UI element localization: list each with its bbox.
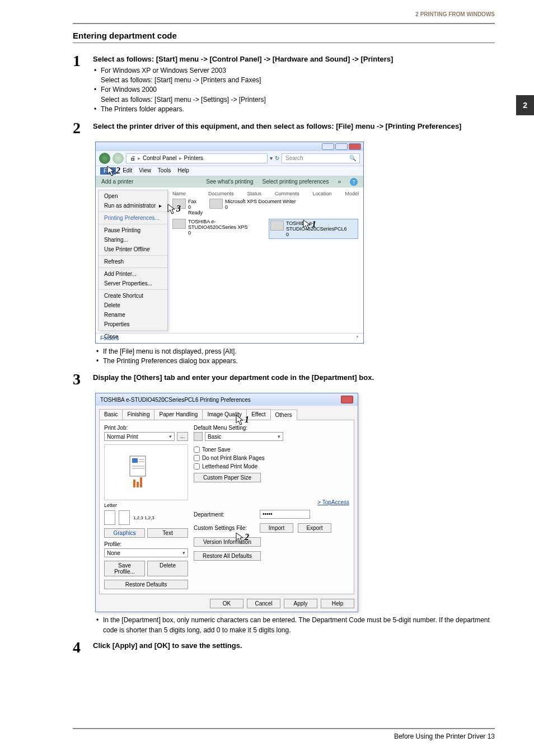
chevron-up-icon[interactable]: ˄ <box>356 335 359 341</box>
blank-pages-checkbox[interactable]: Do not Print Blank Pages <box>194 455 349 461</box>
restore-defaults-button[interactable]: Restore Defaults <box>104 580 188 589</box>
printer-status: Ready <box>188 210 203 215</box>
left-column: Print Job: Normal Print ... <box>104 425 188 589</box>
cancel-button[interactable]: Cancel <box>247 599 280 608</box>
default-menu-label: Default Menu Setting: <box>194 425 349 431</box>
save-profile-button[interactable]: Save Profile... <box>104 561 145 576</box>
tab-finishing[interactable]: Finishing <box>122 409 154 420</box>
annotation-cursor-2: 2 <box>107 166 120 177</box>
col-documents[interactable]: Documents <box>208 191 234 196</box>
printing-preferences-dialog: TOSHIBA e-STUDIO4520CSeriesPCL6 Printing… <box>95 393 358 612</box>
breadcrumb[interactable]: 🖨 ▸ Control Panel ▸ Printers <box>126 153 268 163</box>
ok-button[interactable]: OK <box>210 599 243 608</box>
menu-edit[interactable]: Edit <box>123 167 132 175</box>
top-divider <box>73 23 495 24</box>
list-item: For Windows XP or Windows Server 2003 <box>93 66 495 76</box>
col-model[interactable]: Model <box>345 191 359 196</box>
tab-effect[interactable]: Effect <box>246 409 270 420</box>
dialog-content: Print Job: Normal Print ... <box>99 420 354 594</box>
step-3: 3 Display the [Others] tab and enter you… <box>73 372 495 387</box>
step-number: 3 <box>73 372 93 387</box>
default-menu-select[interactable]: Basic <box>205 432 283 441</box>
menu-help[interactable]: Help <box>177 167 189 175</box>
help-button[interactable]: Help <box>321 599 354 608</box>
close-button[interactable] <box>349 143 361 150</box>
export-button[interactable]: Export <box>298 523 331 533</box>
printer-name: Microsoft XPS Document Writer <box>225 199 296 204</box>
svg-rect-1 <box>132 458 138 463</box>
print-job-more-button[interactable]: ... <box>177 432 188 441</box>
mi-sharing[interactable]: Sharing... <box>99 235 167 245</box>
col-location[interactable]: Location <box>312 191 331 196</box>
mi-open[interactable]: Open <box>99 191 167 201</box>
toolbar-add-printer[interactable]: Add a printer <box>101 179 133 185</box>
version-info-button[interactable]: Version Information <box>194 537 261 547</box>
breadcrumb-item[interactable]: Control Panel <box>143 155 177 161</box>
page-thumb <box>104 510 115 525</box>
right-column: Default Menu Setting: Basic Toner Save D… <box>194 425 349 589</box>
menu-tools[interactable]: Tools <box>158 167 171 175</box>
paper-thumb-row: Letter <box>104 503 188 508</box>
printer-docs: 0 <box>188 230 262 236</box>
mi-run-as[interactable]: Run as administrator▸ <box>99 201 167 210</box>
printer-icon <box>209 199 223 209</box>
toolbar-more[interactable]: » <box>338 179 341 185</box>
mi-offline[interactable]: Use Printer Offline <box>99 245 167 254</box>
svg-rect-6 <box>133 480 135 487</box>
folders-toggle[interactable]: Folders <box>100 335 119 341</box>
mi-properties[interactable]: Properties <box>99 320 167 329</box>
refresh-icon[interactable]: ↻ <box>275 155 279 161</box>
col-status[interactable]: Status <box>247 191 261 196</box>
mi-shortcut[interactable]: Create Shortcut <box>99 291 167 300</box>
delete-profile-button[interactable]: Delete <box>147 561 188 576</box>
custom-paper-size-button[interactable]: Custom Paper Size <box>194 473 261 482</box>
import-button[interactable]: Import <box>260 523 293 533</box>
menu-view[interactable]: View <box>139 167 151 175</box>
tab-others[interactable]: Others <box>270 410 297 420</box>
dialog-footer: OK Cancel Apply Help <box>99 594 354 608</box>
apply-button[interactable]: Apply <box>284 599 317 608</box>
mi-rename[interactable]: Rename <box>99 310 167 320</box>
maximize-button[interactable] <box>335 143 348 150</box>
search-input[interactable]: Search 🔍 <box>282 153 360 163</box>
print-job-select[interactable]: Normal Print <box>104 432 175 441</box>
breadcrumb-item[interactable]: Printers <box>184 155 203 161</box>
printer-name: TOSHIBA e-STUDIO4520CSeries XPS <box>188 219 262 230</box>
mi-delete[interactable]: Delete <box>99 300 167 310</box>
col-name[interactable]: Name <box>172 191 195 196</box>
toolbar-select-prefs[interactable]: Select printing preferences <box>262 179 329 185</box>
printer-name: Fax <box>188 199 203 204</box>
printer-name: TOSHIBA e-STUDIO4520CSeriesPCL6 <box>286 220 357 232</box>
text-button[interactable]: Text <box>147 528 188 538</box>
step-heading: Click [Apply] and [OK] to save the setti… <box>93 641 495 651</box>
mi-add-printer[interactable]: Add Printer... <box>99 269 167 279</box>
chevron-right-icon: ▸ <box>138 155 140 161</box>
toolbar-see-printing[interactable]: See what's printing <box>206 179 253 185</box>
tab-paper-handling[interactable]: Paper Handling <box>154 409 203 420</box>
restore-all-defaults-button[interactable]: Restore All Defaults <box>194 551 261 561</box>
mi-refresh[interactable]: Refresh <box>99 257 167 266</box>
mi-pause[interactable]: Pause Printing <box>99 226 167 235</box>
help-icon[interactable]: ? <box>350 178 358 186</box>
graphics-button[interactable]: Graphics <box>104 528 145 538</box>
toner-save-checkbox[interactable]: Toner Save <box>194 447 349 453</box>
col-comments[interactable]: Comments <box>275 191 299 196</box>
annotation-cursor-1: 1 <box>303 219 316 231</box>
close-button[interactable] <box>341 396 353 403</box>
forward-button[interactable] <box>113 153 124 164</box>
department-input[interactable]: ••••• <box>260 510 310 519</box>
printer-item-xps-writer[interactable]: Microsoft XPS Document Writer 0 <box>209 199 296 215</box>
printer-item-toshiba-xps[interactable]: TOSHIBA e-STUDIO4520CSeries XPS 0 <box>172 219 262 239</box>
minimize-button[interactable] <box>322 143 334 150</box>
chevron-right-icon: ▸ <box>159 203 162 209</box>
tab-basic[interactable]: Basic <box>99 409 123 420</box>
letterhead-checkbox[interactable]: Letterhead Print Mode <box>194 463 349 469</box>
mi-printing-preferences[interactable]: Printing Preferences... <box>99 213 167 223</box>
list-header-row: Name Documents Status Comments Location … <box>172 190 359 199</box>
mi-server-props[interactable]: Server Properties... <box>99 279 167 288</box>
back-button[interactable] <box>99 153 110 164</box>
step-2: 2 Select the printer driver of this equi… <box>73 120 495 136</box>
print-preview <box>104 444 188 500</box>
topaccess-link[interactable]: > TopAccess <box>194 499 349 505</box>
profile-select[interactable]: None <box>104 548 188 557</box>
